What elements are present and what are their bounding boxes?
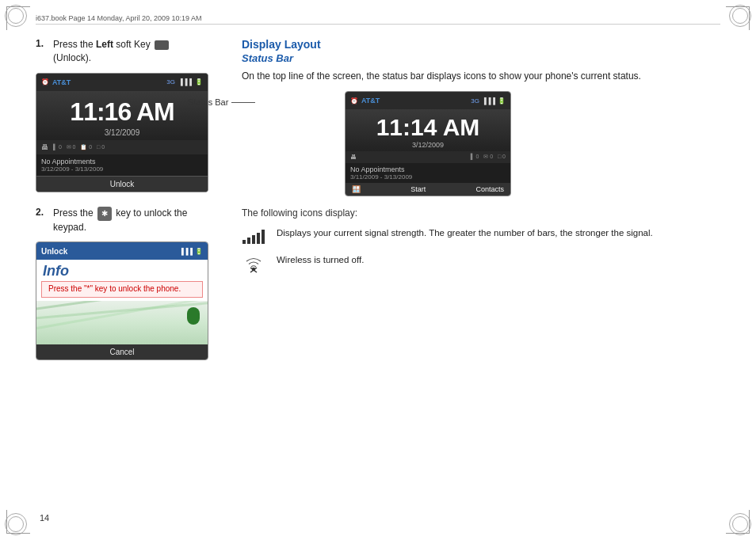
signal-bar-2 <box>247 238 250 244</box>
screen1-time-block: 11:16 AM 3/12/2009 <box>36 91 208 140</box>
phone-screen-1: ⏰ AT&T 3G ▐▐▐ 🔋 11:16 AM 3/12/2009 🖶 ▌ 0… <box>36 73 208 192</box>
wireless-icon-description: Wireless is turned off. <box>277 253 364 267</box>
screen3-time-display: 11:14 AM <box>346 114 510 141</box>
screen3-appt-date: 3/11/2009 - 3/13/2009 <box>350 173 506 181</box>
screen2-status-icons: ▐▐▐🔋 <box>179 248 203 255</box>
corner-line-bl <box>6 510 30 534</box>
screen2-titlebar: Unlock ▐▐▐🔋 <box>36 242 208 260</box>
softkey-icon <box>155 40 169 50</box>
screen2-title: Unlock <box>41 247 67 256</box>
status-bar-label: Status Bar <box>188 97 255 107</box>
corner-line-tl <box>6 6 30 30</box>
status-bar-label-text: Status Bar <box>188 97 228 107</box>
step-2-text: Press the ✱ key to unlock the keypad. <box>53 207 210 234</box>
screen1-appt-label: No Appointments <box>41 158 203 165</box>
screen2-info-icon <box>187 307 200 325</box>
phone-screen-3: ⏰ AT&T 3G ▐▐▐ 🔋 11:14 AM 3/12/2009 <box>345 91 511 196</box>
screen1-time-display: 11:16 AM <box>36 97 208 127</box>
main-content: 1. Press the Left soft Key (Unlock). ⏰ A… <box>36 30 720 516</box>
screen2-cancel-bar: Cancel <box>36 344 208 359</box>
header-text: i637.book Page 14 Monday, April 20, 2009… <box>36 14 201 22</box>
screen2-body <box>36 301 208 344</box>
screen3-time-block: 11:14 AM 3/12/2009 <box>346 109 510 151</box>
section-subtitle: Status Bar <box>242 52 720 64</box>
screen1-appointment: No Appointments 3/12/2009 - 3/13/2009 <box>36 154 208 176</box>
step-1-text: Press the Left soft Key (Unlock). <box>53 38 210 65</box>
signal-bar-3 <box>252 235 255 244</box>
wireless-icon-cell <box>242 253 265 274</box>
icon-row-signal: Displays your current signal strength. T… <box>242 226 720 244</box>
page-header: i637.book Page 14 Monday, April 20, 2009… <box>36 14 720 25</box>
signal-bar-1 <box>242 240 246 244</box>
screen1-carrier: AT&T <box>52 78 71 86</box>
screen1-unlock-bar: Unlock <box>36 176 208 192</box>
screen3-mid-row: 🖶 ▌ 0 ✉ 0 □ 0 <box>346 151 510 163</box>
screen3-date: 3/12/2009 <box>346 141 510 149</box>
screen3-statusbar: ⏰ AT&T 3G ▐▐▐ 🔋 <box>346 92 510 109</box>
corner-line-br <box>726 510 750 534</box>
left-column: 1. Press the Left soft Key (Unlock). ⏰ A… <box>36 30 210 516</box>
step-2-number: 2. <box>36 207 48 234</box>
screen2-message-text: Press the "*" key to unlock the phone. <box>48 284 181 293</box>
signal-bar-4 <box>257 233 260 244</box>
screen2-heading: Info <box>36 260 208 281</box>
section-title: Display Layout <box>242 38 720 51</box>
screen1-appt-date: 3/12/2009 - 3/13/2009 <box>41 165 203 173</box>
screen1-unlock-label: Unlock <box>110 180 135 188</box>
corner-line-tr <box>726 6 750 30</box>
wireless-off-icon <box>244 255 263 274</box>
right-column: Display Layout Status Bar On the top lin… <box>242 30 720 516</box>
screen3-appt-label: No Appointments <box>350 165 506 173</box>
screen3-contacts: Contacts <box>475 185 504 193</box>
screen1-info-row: 🖶 ▌ 0 ✉ 0 📋 0 □ 0 <box>36 140 208 154</box>
icon-row-wireless: Wireless is turned off. <box>242 253 720 274</box>
icons-section: The following icons display: Displays yo… <box>242 207 720 274</box>
signal-bar-5 <box>262 230 265 244</box>
following-icons-text: The following icons display: <box>242 207 720 219</box>
signal-icon-description: Displays your current signal strength. T… <box>277 226 653 240</box>
step-1-number: 1. <box>36 38 48 65</box>
star-key-icon: ✱ <box>97 207 112 221</box>
section-description: On the top line of the screen, the statu… <box>242 69 720 83</box>
signal-strength-icon <box>242 228 265 244</box>
screen1-date: 3/12/2009 <box>36 128 208 137</box>
screen2-message: Press the "*" key to unlock the phone. <box>41 281 203 298</box>
step-1: 1. Press the Left soft Key (Unlock). <box>36 38 210 65</box>
screen2-cancel-label: Cancel <box>109 348 134 356</box>
screen3-container: Status Bar ⏰ AT&T 3G ▐▐▐ 🔋 <box>242 91 720 196</box>
screen3-appointment: No Appointments 3/11/2009 - 3/13/2009 <box>346 163 510 183</box>
screen1-statusbar: ⏰ AT&T 3G ▐▐▐ 🔋 <box>36 74 208 91</box>
screen2-info-label: Info <box>43 263 69 279</box>
step-2: 2. Press the ✱ key to unlock the keypad. <box>36 207 210 234</box>
phone-screen-2: Unlock ▐▐▐🔋 Info Press the "*" key to un… <box>36 241 208 360</box>
screen3-bottom-bar: 🪟 Start Contacts <box>346 183 510 196</box>
signal-icon-cell <box>242 226 265 244</box>
screen3-start: Start <box>410 185 426 193</box>
screen3-carrier: AT&T <box>361 97 380 105</box>
